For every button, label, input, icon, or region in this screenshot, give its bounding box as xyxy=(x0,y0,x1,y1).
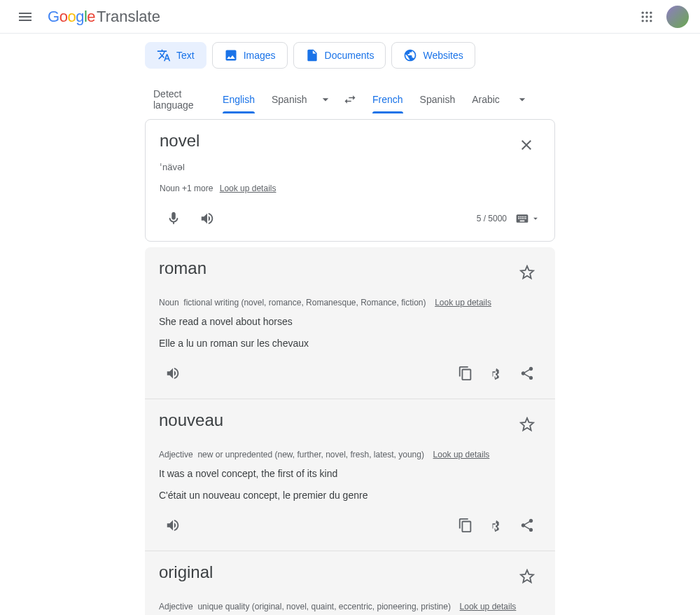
clear-source-button[interactable] xyxy=(512,131,540,159)
lookup-details-link[interactable]: Look up details xyxy=(460,602,517,611)
listen-source-button[interactable] xyxy=(193,205,221,233)
star-outline-icon xyxy=(519,417,535,432)
character-count: 5 / 5000 xyxy=(477,214,507,223)
translation-result-card: original Adjective unique quality (origi… xyxy=(145,551,555,615)
source-lang-detect[interactable]: Detect language xyxy=(145,80,214,119)
example-french: C'était un nouveau concept, le premier d… xyxy=(159,488,541,503)
part-of-speech: Adjective xyxy=(159,450,193,459)
mode-websites-tab[interactable]: Websites xyxy=(391,42,475,69)
meaning-synonyms: new or unpredented (new, further, novel,… xyxy=(197,450,424,459)
mode-images-tab[interactable]: Images xyxy=(212,42,288,69)
thumbs-icon xyxy=(489,366,504,381)
example-english: She read a novel about horses xyxy=(159,315,541,329)
target-lang-french[interactable]: French xyxy=(364,85,412,113)
keyboard-icon xyxy=(515,212,529,226)
account-avatar[interactable] xyxy=(666,6,689,28)
source-lang-spanish[interactable]: Spanish xyxy=(263,85,316,113)
example-english: It was a novel concept, the first of its… xyxy=(159,467,541,481)
copy-translation-button[interactable] xyxy=(451,359,479,387)
share-translation-button[interactable] xyxy=(513,511,541,539)
google-wordmark: Google xyxy=(48,8,95,26)
source-lang-more[interactable] xyxy=(316,85,336,113)
svg-point-4 xyxy=(645,15,648,18)
speaker-icon xyxy=(165,366,181,381)
copy-icon xyxy=(458,366,473,381)
rate-translation-button[interactable] xyxy=(482,359,510,387)
lookup-details-link[interactable]: Look up details xyxy=(433,450,490,459)
document-icon xyxy=(305,48,319,62)
svg-point-7 xyxy=(645,20,648,22)
mode-images-label: Images xyxy=(244,50,276,61)
svg-point-0 xyxy=(642,11,644,13)
image-icon xyxy=(224,48,238,62)
google-translate-logo[interactable]: Google Translate xyxy=(48,8,160,26)
svg-point-8 xyxy=(650,20,652,22)
speaker-icon xyxy=(165,518,181,533)
meaning-synonyms: unique quality (original, novel, quaint,… xyxy=(197,602,451,611)
svg-point-3 xyxy=(642,15,644,18)
part-of-speech: Noun xyxy=(159,298,179,308)
globe-icon xyxy=(403,48,417,62)
copy-icon xyxy=(458,518,473,533)
translation-word: nouveau xyxy=(159,410,223,430)
swap-languages-button[interactable] xyxy=(336,85,364,113)
google-apps-button[interactable] xyxy=(633,3,661,31)
target-lang-arabic[interactable]: Arabic xyxy=(463,85,508,113)
lookup-details-link[interactable]: Look up details xyxy=(435,298,491,308)
mode-documents-label: Documents xyxy=(325,50,374,61)
svg-point-5 xyxy=(650,15,652,18)
share-icon xyxy=(519,518,535,533)
close-icon xyxy=(518,137,535,153)
swap-icon xyxy=(343,92,357,106)
mode-documents-tab[interactable]: Documents xyxy=(293,42,386,69)
thumbs-icon xyxy=(489,518,504,533)
example-french: Elle a lu un roman sur les chevaux xyxy=(159,336,541,351)
product-name: Translate xyxy=(97,8,160,26)
speaker-icon xyxy=(200,211,215,226)
mode-websites-label: Websites xyxy=(423,50,463,61)
share-icon xyxy=(519,366,535,381)
listen-translation-button[interactable] xyxy=(159,359,187,387)
apps-grid-icon xyxy=(640,10,654,24)
save-translation-button[interactable] xyxy=(513,410,541,438)
svg-point-6 xyxy=(642,20,644,22)
listen-translation-button[interactable] xyxy=(159,511,187,539)
lookup-details-link[interactable]: Look up details xyxy=(220,184,276,193)
hamburger-icon xyxy=(17,8,34,25)
mode-text-tab[interactable]: Text xyxy=(145,42,206,69)
microphone-icon xyxy=(166,211,181,226)
translate-icon xyxy=(157,48,171,62)
chevron-down-icon xyxy=(515,92,529,106)
source-lang-english[interactable]: English xyxy=(214,85,263,113)
svg-point-1 xyxy=(645,11,648,13)
target-lang-more[interactable] xyxy=(508,85,536,113)
star-outline-icon xyxy=(519,569,535,584)
share-translation-button[interactable] xyxy=(513,359,541,387)
rate-translation-button[interactable] xyxy=(482,511,510,539)
translation-word: original xyxy=(159,562,213,582)
chevron-down-icon xyxy=(318,92,332,106)
voice-input-button[interactable] xyxy=(160,205,188,233)
chevron-down-icon xyxy=(531,214,540,223)
svg-point-2 xyxy=(650,11,652,13)
main-menu-button[interactable] xyxy=(11,3,39,31)
input-tools-button[interactable] xyxy=(515,212,540,226)
translation-result-card: nouveau Adjective new or unpredented (ne… xyxy=(145,399,555,551)
source-text-input[interactable]: novel xyxy=(160,131,512,151)
pos-summary: Noun +1 more xyxy=(160,184,213,193)
translation-word: roman xyxy=(159,258,206,278)
mode-text-label: Text xyxy=(176,50,195,61)
copy-translation-button[interactable] xyxy=(451,511,479,539)
pronunciation-text: ˈnävəl xyxy=(160,162,540,172)
target-lang-spanish[interactable]: Spanish xyxy=(412,85,464,113)
part-of-speech: Adjective xyxy=(159,602,193,611)
meaning-synonyms: fictional writing (novel, romance, Roman… xyxy=(183,298,426,308)
star-outline-icon xyxy=(519,265,535,280)
save-translation-button[interactable] xyxy=(513,258,541,286)
save-translation-button[interactable] xyxy=(513,562,541,590)
translation-result-card: roman Noun fictional writing (novel, rom… xyxy=(145,247,555,399)
source-input-card: novel ˈnävəl Noun +1 more Look up detail… xyxy=(145,119,555,242)
